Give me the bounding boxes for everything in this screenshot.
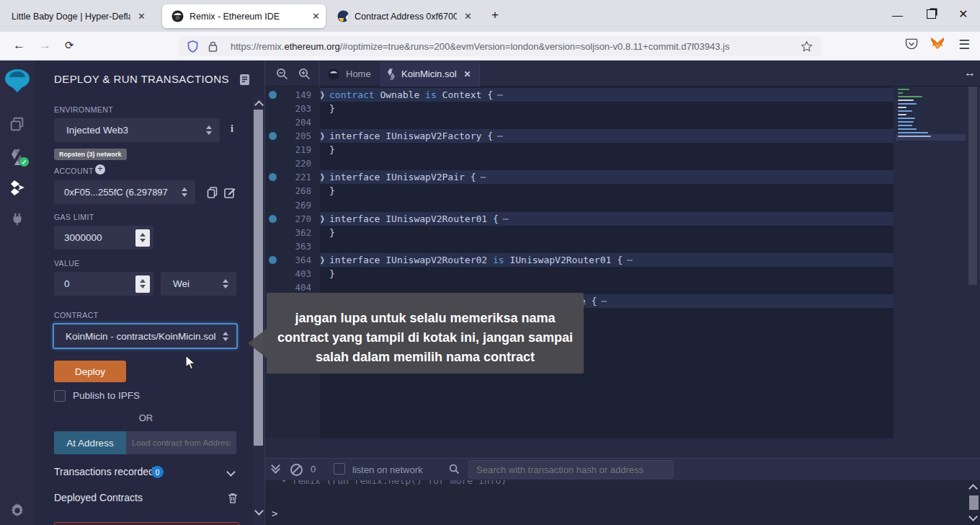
line-body[interactable]: } xyxy=(320,102,894,115)
window-close-button[interactable]: ✕ xyxy=(958,7,968,21)
terminal-collapse-icon[interactable] xyxy=(272,462,279,472)
value-unit-select[interactable]: Wei xyxy=(161,272,236,296)
code-line[interactable]: 364❯interface IUniswapV2Router02 is IUni… xyxy=(265,253,894,267)
fold-chevron-icon[interactable]: ❯ xyxy=(320,171,329,183)
line-body[interactable]: ❯interface IUniswapV2Factory {⋯ xyxy=(320,129,894,143)
back-icon[interactable]: ← xyxy=(13,38,25,53)
code-line[interactable]: 362} xyxy=(265,226,894,239)
add-account-icon[interactable]: + xyxy=(95,164,105,175)
window-minimize-button[interactable]: — xyxy=(892,9,903,21)
code-lines[interactable]: 149❯contract Ownable is Context {⋯203}20… xyxy=(265,88,894,308)
breakpoint-dot[interactable] xyxy=(265,173,280,181)
code-line[interactable]: 268} xyxy=(265,184,894,198)
remix-logo-icon[interactable] xyxy=(0,65,35,97)
gas-limit-input[interactable]: 3000000 xyxy=(54,226,153,250)
plugin-manager-icon[interactable] xyxy=(0,204,35,233)
etherscan-favicon xyxy=(337,10,349,22)
environment-info-icon[interactable]: i xyxy=(231,123,233,135)
sign-message-icon[interactable] xyxy=(224,187,236,198)
code-line[interactable]: 203} xyxy=(265,102,894,115)
code-line[interactable]: 220 xyxy=(265,156,894,170)
breakpoint-dot[interactable] xyxy=(265,132,280,140)
breakpoint-dot[interactable] xyxy=(265,256,280,264)
code-line[interactable]: 363 xyxy=(265,239,894,253)
tab-close-icon[interactable]: ✕ xyxy=(138,11,146,22)
line-body[interactable]: } xyxy=(320,226,894,239)
value-input[interactable]: 0 xyxy=(54,272,153,296)
clear-deployed-trash-icon[interactable] xyxy=(228,493,238,503)
deploy-run-icon[interactable] xyxy=(0,173,35,202)
fold-chevron-icon[interactable]: ❯ xyxy=(320,213,329,225)
line-body[interactable]: ❯interface IUniswapV2Router02 is IUniswa… xyxy=(320,253,894,267)
bookmark-star-icon[interactable] xyxy=(801,40,813,53)
new-tab-button[interactable]: + xyxy=(491,8,499,22)
expand-panel-icon[interactable]: ↔ xyxy=(964,66,976,79)
publish-ipfs-checkbox[interactable] xyxy=(54,390,66,402)
code-line[interactable]: 403} xyxy=(265,267,894,281)
code-line[interactable]: 205❯interface IUniswapV2Factory {⋯ xyxy=(265,129,894,143)
listen-network-checkbox[interactable] xyxy=(334,463,345,475)
breakpoint-dot[interactable] xyxy=(265,91,280,99)
line-body[interactable] xyxy=(320,239,894,253)
shield-icon[interactable] xyxy=(187,40,198,53)
zoom-in-icon[interactable] xyxy=(298,68,311,80)
window-restore-button[interactable] xyxy=(927,9,936,19)
line-body[interactable] xyxy=(320,198,894,212)
reload-icon[interactable]: ⟳ xyxy=(65,39,74,52)
minimap[interactable] xyxy=(898,89,963,139)
tab-koinmicin[interactable]: KoinMicin.sol ✕ xyxy=(380,61,479,87)
solidity-compiler-icon[interactable]: ✓ xyxy=(0,143,35,172)
code-line[interactable]: 269 xyxy=(265,198,894,212)
code-line[interactable]: 149❯contract Ownable is Context {⋯ xyxy=(265,88,894,102)
minimap-line xyxy=(898,96,922,97)
line-body[interactable]: ❯interface IUniswapV2Pair {⋯ xyxy=(320,170,894,184)
pocket-icon[interactable] xyxy=(904,37,919,51)
panel-scrollbar-thumb[interactable] xyxy=(254,110,263,446)
tab-home[interactable]: Home xyxy=(319,61,380,87)
metamask-icon[interactable] xyxy=(930,36,945,52)
line-body[interactable]: ❯contract Ownable is Context {⋯ xyxy=(320,88,894,102)
line-body[interactable]: } xyxy=(320,184,894,198)
line-body[interactable]: } xyxy=(320,143,894,156)
terminal-prompt[interactable]: > xyxy=(272,508,277,519)
copy-account-icon[interactable] xyxy=(207,187,218,198)
code-line[interactable]: 219} xyxy=(265,143,894,156)
breakpoint-dot[interactable] xyxy=(265,215,280,223)
settings-gear-icon[interactable] xyxy=(0,496,35,525)
line-body[interactable]: } xyxy=(320,267,894,281)
editor-scrollbar-thumb[interactable] xyxy=(968,87,977,285)
url-bar[interactable]: https://remix.ethereum.org/#optimize=tru… xyxy=(179,36,821,56)
browser-tab-3[interactable]: Contract Address 0xf67006f8d22 ✕ xyxy=(330,4,483,28)
terminal-scrollbar-thumb[interactable] xyxy=(969,495,979,510)
fold-chevron-icon[interactable]: ❯ xyxy=(320,89,329,101)
number-spinner[interactable] xyxy=(135,229,150,247)
line-body[interactable]: ❯interface IUniswapV2Router01 {⋯ xyxy=(320,212,894,226)
clear-console-icon[interactable] xyxy=(290,464,303,476)
tab-close-icon[interactable]: ✕ xyxy=(464,11,472,22)
code-line[interactable]: 204 xyxy=(265,115,894,129)
browser-tab-2[interactable]: Remix - Ethereum IDE ✕ xyxy=(162,4,326,28)
environment-select[interactable]: Injected Web3 xyxy=(54,118,220,142)
at-address-input[interactable] xyxy=(126,431,236,454)
zoom-out-icon[interactable] xyxy=(276,68,288,80)
tab-close-icon[interactable]: ✕ xyxy=(464,69,471,79)
code-line[interactable]: 270❯interface IUniswapV2Router01 {⋯ xyxy=(265,212,894,226)
account-select[interactable]: 0xF05...255fC (6.297897 xyxy=(54,180,195,204)
number-spinner[interactable] xyxy=(135,275,150,293)
deploy-button[interactable]: Deploy xyxy=(54,361,126,382)
docs-icon[interactable] xyxy=(239,74,250,86)
fold-chevron-icon[interactable]: ❯ xyxy=(320,254,329,266)
browser-tab-1[interactable]: Little Baby Doge | Hyper-Deflationa ✕ xyxy=(3,4,156,28)
contract-select[interactable]: KoinMicin - contracts/KoinMicin.sol xyxy=(53,323,238,349)
code-line[interactable]: 221❯interface IUniswapV2Pair {⋯ xyxy=(265,170,894,184)
line-body[interactable] xyxy=(320,115,894,129)
line-body[interactable] xyxy=(320,156,894,170)
file-explorer-icon[interactable] xyxy=(0,110,35,138)
lock-icon[interactable] xyxy=(208,41,218,52)
hamburger-menu-icon[interactable]: ☰ xyxy=(958,37,970,53)
tab-close-icon[interactable]: ✕ xyxy=(312,11,320,22)
fold-chevron-icon[interactable]: ❯ xyxy=(320,130,329,142)
terminal-search-input[interactable] xyxy=(468,460,674,479)
terminal-content[interactable] xyxy=(265,480,980,525)
at-address-button[interactable]: At Address xyxy=(54,431,126,454)
